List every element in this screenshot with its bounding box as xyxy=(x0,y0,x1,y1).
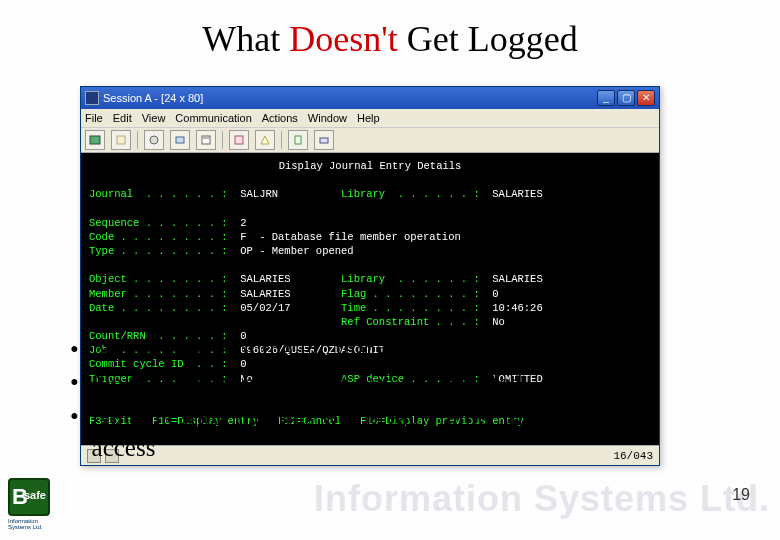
title-emphasis: Doesn't xyxy=(289,19,397,59)
bullet-list: •No indication of the PC that accessed t… xyxy=(70,334,710,465)
toolbar-button-4[interactable] xyxy=(170,130,190,150)
toolbar-separator xyxy=(222,131,223,149)
bullet-item: •No indication of the PC that accessed t… xyxy=(70,334,710,365)
title-part: What xyxy=(202,19,289,59)
svg-rect-9 xyxy=(320,138,328,143)
menu-actions[interactable]: Actions xyxy=(262,112,298,124)
menu-help[interactable]: Help xyxy=(357,112,380,124)
toolbar-button-5[interactable] xyxy=(196,130,216,150)
close-button[interactable]: ✕ xyxy=(637,90,655,106)
menu-window[interactable]: Window xyxy=(308,112,347,124)
svg-rect-8 xyxy=(295,136,301,144)
svg-rect-1 xyxy=(117,136,125,144)
bullet-text: No indication that this was breach rathe… xyxy=(92,401,710,464)
menu-file[interactable]: File xyxy=(85,112,103,124)
bullet-text: No indication that the file was download… xyxy=(92,367,522,398)
svg-rect-0 xyxy=(90,136,100,144)
svg-rect-6 xyxy=(235,136,243,144)
svg-marker-7 xyxy=(261,136,269,144)
bullet-item: •No indication that this was breach rath… xyxy=(70,401,710,464)
menu-view[interactable]: View xyxy=(142,112,166,124)
page-number: 19 xyxy=(732,486,750,504)
toolbar-button-6[interactable] xyxy=(229,130,249,150)
svg-rect-3 xyxy=(176,137,184,143)
window-titlebar[interactable]: Session A - [24 x 80] _ ▢ ✕ xyxy=(81,87,659,109)
slide-title: What Doesn't Get Logged xyxy=(0,0,780,70)
toolbar-button-9[interactable] xyxy=(314,130,334,150)
title-part: Get Logged xyxy=(398,19,578,59)
app-icon xyxy=(85,91,99,105)
watermark: Information Systems Ltd. xyxy=(314,478,770,520)
minimize-button[interactable]: _ xyxy=(597,90,615,106)
svg-rect-4 xyxy=(202,136,210,144)
toolbar-button-3[interactable] xyxy=(144,130,164,150)
window-title: Session A - [24 x 80] xyxy=(103,92,203,104)
toolbar-button-1[interactable] xyxy=(85,130,105,150)
bullet-item: •No indication that the file was downloa… xyxy=(70,367,710,398)
bullet-text: No indication of the PC that accessed th… xyxy=(92,334,543,365)
toolbar xyxy=(81,127,659,153)
menu-communication[interactable]: Communication xyxy=(175,112,251,124)
toolbar-separator xyxy=(137,131,138,149)
screen-header: Display Journal Entry Details xyxy=(89,159,651,173)
menu-edit[interactable]: Edit xyxy=(113,112,132,124)
svg-point-2 xyxy=(150,136,158,144)
company-logo: Bsafe Information Systems Ltd. xyxy=(8,478,62,532)
maximize-button[interactable]: ▢ xyxy=(617,90,635,106)
menubar: File Edit View Communication Actions Win… xyxy=(81,109,659,127)
logo-subtext: Information Systems Ltd. xyxy=(8,518,62,530)
toolbar-button-7[interactable] xyxy=(255,130,275,150)
toolbar-separator xyxy=(281,131,282,149)
toolbar-button-8[interactable] xyxy=(288,130,308,150)
toolbar-button-2[interactable] xyxy=(111,130,131,150)
